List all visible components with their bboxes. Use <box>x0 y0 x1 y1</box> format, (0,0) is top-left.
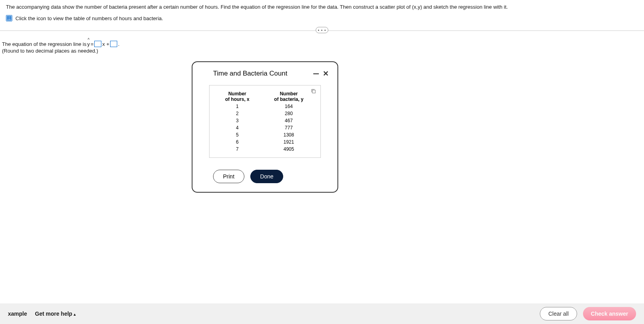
question-text: The accompanying data show the number of… <box>0 0 644 12</box>
rounding-hint: (Round to two decimal places as needed.) <box>2 48 642 54</box>
table-row: 74905 <box>213 146 316 153</box>
modal-header: Time and Bacteria Count ✕ <box>201 69 329 78</box>
table-icon[interactable] <box>6 15 12 21</box>
footer-left: xample Get more help ▴ <box>8 311 76 317</box>
clear-all-button[interactable]: Clear all <box>540 307 577 320</box>
table-row: 51308 <box>213 131 316 138</box>
table-link-row: Click the icon to view the table of numb… <box>0 12 644 25</box>
intercept-input[interactable] <box>110 41 117 47</box>
done-button[interactable]: Done <box>250 170 283 183</box>
caret-up-icon: ▴ <box>74 312 76 316</box>
cell-x: 4 <box>213 124 261 131</box>
modal-controls: ✕ <box>313 69 329 78</box>
col-y-header: Number of bacteria, y <box>261 90 316 103</box>
equals-sign: = <box>91 41 94 47</box>
close-icon[interactable]: ✕ <box>323 69 329 78</box>
data-table-wrapper: Number of hours, x Number of bacteria, y… <box>209 85 321 158</box>
table-row: 3467 <box>213 117 316 124</box>
cell-y: 1921 <box>261 138 316 146</box>
data-modal: Time and Bacteria Count ✕ Number of hour… <box>192 61 338 193</box>
table-row: 2280 <box>213 110 316 117</box>
cell-y: 280 <box>261 110 316 117</box>
modal-title: Time and Bacteria Count <box>201 70 287 78</box>
cell-y: 4905 <box>261 146 316 153</box>
cell-y: 777 <box>261 124 316 131</box>
data-table: Number of hours, x Number of bacteria, y… <box>213 90 316 153</box>
divider: • • • <box>0 30 644 31</box>
slope-input[interactable] <box>94 41 101 47</box>
example-link[interactable]: xample <box>8 311 27 317</box>
equation-prefix: The equation of the regression line is <box>2 41 86 47</box>
cell-x: 5 <box>213 131 261 138</box>
print-button[interactable]: Print <box>213 170 244 183</box>
table-link-text[interactable]: Click the icon to view the table of numb… <box>15 15 163 21</box>
copy-icon[interactable] <box>311 89 316 93</box>
table-row: 1164 <box>213 103 316 110</box>
table-row: 4777 <box>213 124 316 131</box>
cell-x: 1 <box>213 103 261 110</box>
minimize-icon[interactable] <box>313 73 319 74</box>
cell-x: 2 <box>213 110 261 117</box>
x-plus-label: x + <box>102 41 109 47</box>
check-answer-button[interactable]: Check answer <box>583 307 636 320</box>
footer-right: Clear all Check answer <box>540 307 636 320</box>
period: . <box>118 41 120 47</box>
col-x-header: Number of hours, x <box>213 90 261 103</box>
cell-y: 1308 <box>261 131 316 138</box>
cell-x: 6 <box>213 138 261 146</box>
svg-rect-5 <box>312 90 315 93</box>
equation-section: The equation of the regression line is y… <box>0 31 644 56</box>
equation-line: The equation of the regression line is y… <box>2 41 642 47</box>
modal-buttons: Print Done <box>201 170 329 183</box>
cell-y: 164 <box>261 103 316 110</box>
svg-rect-0 <box>7 16 11 20</box>
table-row: 61921 <box>213 138 316 146</box>
cell-x: 3 <box>213 117 261 124</box>
cell-x: 7 <box>213 146 261 153</box>
ellipsis-toggle[interactable]: • • • <box>316 27 328 33</box>
footer: xample Get more help ▴ Clear all Check a… <box>0 303 644 324</box>
y-hat-label: y <box>87 41 90 47</box>
more-help-link[interactable]: Get more help ▴ <box>35 311 76 317</box>
cell-y: 467 <box>261 117 316 124</box>
